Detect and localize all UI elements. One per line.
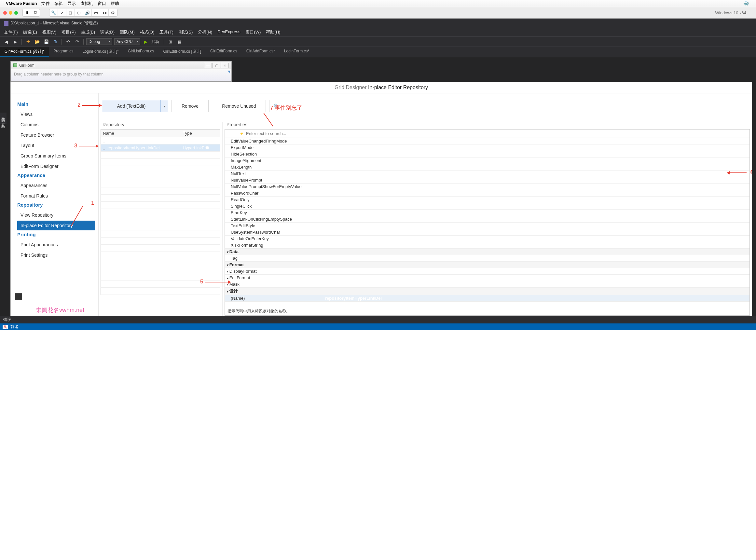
prop-row[interactable]: ImageAlignmentNear: [225, 158, 750, 164]
prop-category[interactable]: 设计: [225, 288, 750, 295]
vs-menu-build[interactable]: 生成(B): [81, 29, 95, 35]
add-dropdown-arrow-icon[interactable]: ▾: [160, 100, 168, 112]
repo-col-name[interactable]: Name: [101, 129, 181, 137]
nav-editform-designer[interactable]: EditForm Designer: [17, 161, 95, 171]
vs-menu-edit[interactable]: 编辑(E): [23, 29, 37, 35]
prop-row[interactable]: XlsxFormatString: [225, 242, 750, 248]
vs-menu-devexpress[interactable]: DevExpress: [217, 29, 240, 35]
save-all-icon[interactable]: 🗎: [52, 38, 59, 45]
nav-group-summary[interactable]: Group Summary Items: [17, 151, 95, 161]
vs-menu-view[interactable]: 视图(V): [42, 29, 56, 35]
mac-menu-edit[interactable]: 编辑: [54, 1, 63, 6]
vs-menu-team[interactable]: 团队(M): [120, 29, 135, 35]
vm-settings-icon[interactable]: 🔧: [49, 9, 58, 16]
output-window-icon[interactable]: [15, 293, 22, 300]
layout-icon[interactable]: ▦: [176, 38, 183, 45]
nav-fwd-icon[interactable]: ▶: [12, 38, 19, 45]
undo-icon[interactable]: ↶: [64, 38, 72, 45]
categorized-icon[interactable]: ≡: [225, 131, 232, 137]
prop-row[interactable]: StartKeyCtrl+Return: [225, 209, 750, 216]
vs-menu-tools[interactable]: 工具(T): [159, 29, 174, 35]
tab-girllistform[interactable]: GirlListForm.cs: [123, 47, 159, 57]
form-maximize-icon[interactable]: ▢: [213, 63, 220, 68]
nav-columns[interactable]: Columns: [17, 120, 95, 129]
mac-menu-vm[interactable]: 虚拟机: [80, 1, 93, 6]
smarttag-icon[interactable]: [227, 71, 230, 73]
nav-print-settings[interactable]: Print Settings: [17, 250, 95, 260]
config-dropdown[interactable]: Debug: [86, 38, 112, 45]
property-grid[interactable]: EditValueChangedFiringModeDefaultExportM…: [224, 138, 750, 302]
new-item-icon[interactable]: ✚: [24, 38, 32, 45]
nav-inplace-editor-repository[interactable]: In-place Editor Repository: [17, 221, 95, 231]
vs-menu-file[interactable]: 文件(F): [4, 29, 18, 35]
prop-search-input[interactable]: [245, 130, 749, 137]
nav-print-appearances[interactable]: Print Appearances: [17, 240, 95, 249]
vm-resize-icon[interactable]: ⤢: [58, 9, 66, 16]
search-button[interactable]: 🔍: [269, 100, 283, 112]
vm-snapshot-icon[interactable]: ⧉: [31, 9, 40, 16]
prop-row[interactable]: MaxLength0: [225, 164, 750, 171]
mac-menu-view[interactable]: 显示: [67, 1, 76, 6]
nav-view-repository[interactable]: View Repository: [17, 210, 95, 220]
docker-icon[interactable]: 🐳: [743, 1, 749, 6]
repository-grid[interactable]: NameType repositoryItemHyperLinkEditHype…: [101, 129, 220, 295]
prop-row[interactable]: ValidateOnEnterKeyFalse: [225, 236, 750, 242]
vs-menu-debug[interactable]: 调试(D): [100, 29, 115, 35]
vm-cd-icon[interactable]: ⊙: [75, 9, 83, 16]
prop-row[interactable]: DisplayFormat: [225, 268, 750, 275]
ime-indicator[interactable]: 英: [3, 325, 8, 329]
vm-network-icon[interactable]: ⚙: [109, 9, 117, 16]
vs-menu-project[interactable]: 项目(P): [61, 29, 76, 35]
prop-row[interactable]: ReadOnlyFalse: [225, 197, 750, 203]
mac-menu-file[interactable]: 文件: [41, 1, 50, 6]
prop-row[interactable]: EditFormat: [225, 275, 750, 281]
prop-row[interactable]: (Name)repositoryItemHyperLinkDel: [225, 295, 750, 302]
nav-back-icon[interactable]: ◀: [3, 38, 10, 45]
tab-girleditform-design[interactable]: GirlEditForm.cs [设计]: [159, 47, 206, 57]
toolbox-tab[interactable]: 工具箱: [0, 118, 6, 124]
prop-row[interactable]: NullValuePromptShowForEmptyValueFalse: [225, 183, 750, 190]
form-minimize-icon[interactable]: —: [204, 63, 212, 68]
add-textedit-button[interactable]: Add (TextEdit): [102, 100, 160, 112]
vm-suspend-icon[interactable]: ⏸: [23, 9, 31, 16]
tab-program[interactable]: Program.cs: [49, 47, 78, 57]
vm-disk-icon[interactable]: ⊟: [66, 9, 75, 16]
prop-row[interactable]: HideSelectionTrue: [225, 151, 750, 158]
vm-sound-icon[interactable]: 🔊: [83, 9, 92, 16]
remove-unused-button[interactable]: Remove Unused: [212, 100, 266, 112]
prop-row[interactable]: StartLinkOnClickingEmptySpaceTrue: [225, 216, 750, 223]
start-label[interactable]: 启动: [151, 39, 159, 45]
tab-girladdform-design[interactable]: GirlAddForm.cs [设计]*: [0, 47, 49, 57]
vs-menu-format[interactable]: 格式(O): [140, 29, 155, 35]
prop-row[interactable]: NullValuePrompt: [225, 177, 750, 183]
prop-row[interactable]: TextEditStyleDisableTextEditor: [225, 223, 750, 229]
vs-menu-analyze[interactable]: 分析(N): [198, 29, 212, 35]
tab-loginform[interactable]: LoginForm.cs*: [280, 47, 314, 57]
vm-usb-icon[interactable]: ⫘: [100, 9, 109, 16]
vs-menu-window[interactable]: 窗口(W): [245, 29, 261, 35]
prop-category[interactable]: Data: [225, 248, 750, 255]
nav-feature-browser[interactable]: Feature Browser: [17, 130, 95, 140]
datasources-tab[interactable]: 数据源: [0, 113, 6, 118]
error-list-tab[interactable]: 错误: [0, 316, 756, 323]
prop-row[interactable]: UseSystemPasswordCharFalse: [225, 229, 750, 236]
save-icon[interactable]: 💾: [43, 38, 50, 45]
form-close-icon[interactable]: ✕: [221, 63, 229, 68]
platform-dropdown[interactable]: Any CPU: [114, 38, 140, 45]
prop-row[interactable]: ExportModeDefault: [225, 144, 750, 151]
vm-camera-icon[interactable]: ▭: [92, 9, 100, 16]
nav-views[interactable]: Views: [17, 109, 95, 119]
group-panel[interactable]: Drag a column header here to group by th…: [11, 69, 232, 81]
tab-girladdform[interactable]: GirlAddForm.cs*: [242, 47, 280, 57]
redo-icon[interactable]: ↷: [74, 38, 81, 45]
prop-row[interactable]: NullTextDelete: [225, 171, 750, 177]
app-name[interactable]: VMware Fusion: [6, 1, 37, 6]
tab-girleditform[interactable]: GirlEditForm.cs: [206, 47, 242, 57]
events-icon[interactable]: ⚡: [239, 131, 244, 137]
prop-row[interactable]: EditValueChangedFiringModeDefault: [225, 138, 750, 144]
maximize-window-icon[interactable]: [14, 11, 18, 15]
repo-col-type[interactable]: Type: [181, 129, 220, 137]
start-debug-button[interactable]: ▶: [142, 38, 150, 45]
nav-appearances[interactable]: Appearances: [17, 181, 95, 191]
prop-row[interactable]: PasswordChar: [225, 190, 750, 197]
